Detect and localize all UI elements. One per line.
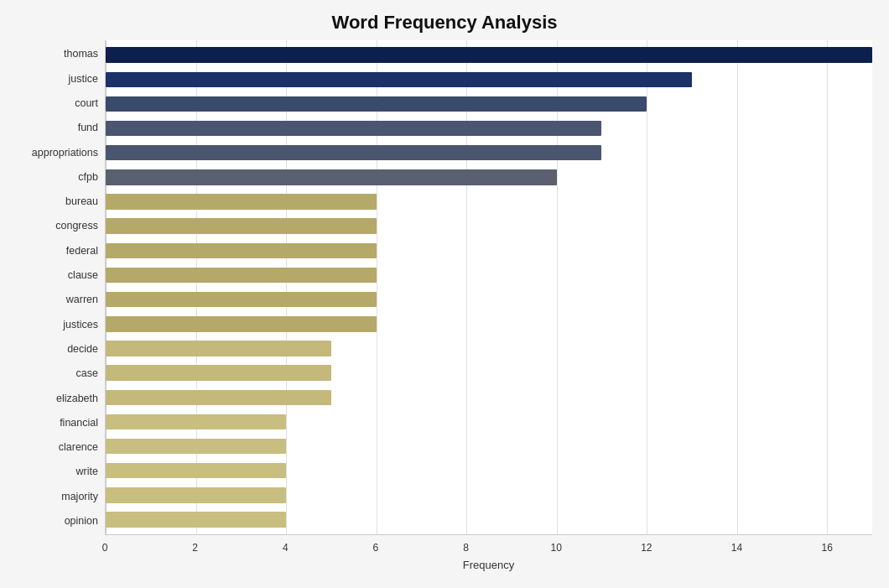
bar [106, 512, 286, 527]
bar-row [106, 263, 872, 287]
chart-title: Word Frequency Analysis [332, 12, 558, 34]
y-label: financial [17, 418, 105, 429]
bar-row [106, 288, 872, 312]
y-labels: thomasjusticecourtfundappropriationscfpb… [17, 40, 105, 535]
y-label: clarence [17, 442, 105, 453]
bar [106, 121, 601, 136]
bar-row [106, 409, 872, 434]
bar [106, 96, 647, 112]
y-label: federal [17, 246, 105, 257]
y-label: warren [17, 294, 105, 305]
y-label: majority [17, 492, 105, 502]
bar [106, 487, 286, 502]
x-tick-label: 16 [821, 539, 832, 554]
x-tick-label: 4 [283, 539, 289, 554]
x-tick-label: 12 [641, 539, 652, 554]
bar [106, 218, 377, 233]
y-label: congress [17, 221, 105, 232]
bar-row [106, 141, 872, 165]
x-tick-label: 6 [373, 539, 379, 554]
x-tick-labels: 0246810121416 [105, 535, 872, 555]
x-tick-label: 10 [551, 539, 562, 554]
bar [106, 316, 377, 331]
bar-row [106, 165, 872, 190]
bar-row [106, 43, 872, 67]
y-label: cfpb [17, 172, 105, 183]
y-label: thomas [17, 49, 105, 60]
bar [106, 341, 331, 356]
bar-row [106, 190, 872, 214]
bar-row [106, 483, 872, 507]
bars-grid [105, 40, 872, 535]
bar [106, 194, 377, 209]
bar [106, 414, 286, 429]
y-label: appropriations [17, 148, 105, 159]
bar-row [106, 459, 872, 483]
y-label: court [17, 98, 105, 109]
x-tick-label: 0 [102, 539, 108, 554]
bar [106, 463, 286, 478]
bar-row [106, 385, 872, 409]
bar-row [106, 361, 872, 385]
y-label: fund [17, 122, 105, 133]
bar-row [106, 238, 872, 263]
y-label: justices [17, 320, 105, 330]
bar-row [106, 67, 872, 91]
bar-row [106, 507, 872, 532]
x-axis-title: Frequency [105, 559, 872, 571]
y-label: clause [17, 270, 105, 281]
y-label: opinion [17, 516, 105, 527]
bar [106, 243, 377, 258]
bar-row [106, 91, 872, 116]
y-label: write [17, 466, 105, 477]
bar-row [106, 116, 872, 140]
y-label: case [17, 368, 105, 379]
bar [106, 72, 692, 87]
y-label: bureau [17, 196, 105, 207]
bar [106, 390, 331, 405]
bars-wrapper [106, 40, 872, 534]
x-tick-label: 8 [463, 539, 469, 554]
bar [106, 145, 601, 160]
x-axis-area: 0246810121416 Frequency [105, 535, 872, 571]
bar-row [106, 336, 872, 361]
chart-container: thomasjusticecourtfundappropriationscfpb… [17, 40, 872, 571]
x-tick-label: 2 [192, 539, 198, 554]
bar [106, 47, 872, 62]
x-tick-label: 14 [731, 539, 742, 554]
bar-row [106, 214, 872, 238]
y-label: justice [17, 74, 105, 85]
y-label: decide [17, 344, 105, 355]
bar [106, 169, 557, 185]
bar [106, 268, 377, 283]
bar [106, 365, 331, 380]
y-label: elizabeth [17, 393, 105, 404]
bar [106, 439, 286, 454]
bar [106, 292, 377, 307]
plot-area: thomasjusticecourtfundappropriationscfpb… [17, 40, 872, 535]
bar-row [106, 312, 872, 336]
bar-row [106, 434, 872, 459]
